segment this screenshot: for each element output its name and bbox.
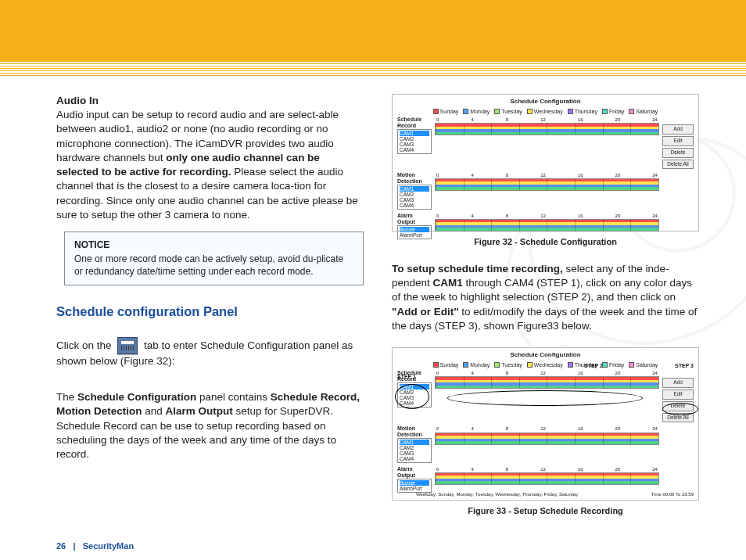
track-body: 04812162024: [435, 466, 659, 485]
top-bar: [0, 0, 746, 61]
notice-title: NOTICE: [74, 239, 353, 251]
track-body: 04812162024: [435, 425, 659, 444]
legend-swatch: [568, 109, 573, 114]
row-label: CAM3: [400, 451, 429, 456]
figure-title: Schedule Configuration: [397, 351, 694, 360]
notice-body: One or more record mode can be actively …: [74, 253, 353, 278]
edit-button[interactable]: Edit: [662, 136, 694, 146]
schedule-config-heading: Schedule configuration Panel: [56, 303, 364, 320]
click-tab-paragraph: Click on the tab to enter Schedule Confi…: [56, 337, 364, 368]
figure-32: Schedule ConfigurationSundayMondayTuesda…: [392, 94, 699, 232]
tick: 24: [652, 213, 658, 219]
legend-label: Saturday: [636, 108, 658, 115]
step-1-label: STEP 1: [397, 373, 416, 380]
row-list: CAM1CAM2CAM3CAM4: [397, 129, 432, 155]
legend-label: Wednesday: [534, 108, 563, 115]
delete-all-button[interactable]: Delete All: [662, 160, 694, 170]
row-label: CAM1: [400, 131, 429, 136]
tick: 4: [471, 466, 473, 472]
time-ticks: 04812162024: [435, 425, 659, 432]
schedule-bars: [435, 376, 659, 389]
figure-33-caption: Figure 33 - Setup Schedule Recording: [392, 505, 699, 517]
legend-swatch: [527, 362, 533, 368]
legend-swatch: [568, 362, 573, 368]
add-button[interactable]: Add: [662, 124, 694, 135]
track-labels: Schedule RecordCAM1CAM2CAM3CAM4: [397, 117, 432, 154]
row-label: CAM3: [400, 197, 429, 203]
tick: 16: [578, 425, 583, 432]
time-ticks: 04812162024: [435, 370, 659, 376]
tick: 4: [471, 425, 473, 432]
row-list: BuzzerAlarmPort: [397, 225, 432, 239]
tick: 0: [436, 466, 439, 472]
track-section: Alarm OutputBuzzerAlarmPort04812162024: [397, 466, 694, 493]
tick: 0: [436, 370, 439, 376]
row-label: CAM3: [400, 142, 429, 147]
footer-separator: |: [68, 541, 80, 551]
track-labels: Alarm OutputBuzzerAlarmPort: [397, 466, 432, 493]
legend-item: Friday: [602, 361, 624, 368]
row-label: CAM1: [400, 440, 429, 445]
audio-in-heading: Audio In: [56, 95, 99, 106]
page-number: 26: [56, 541, 66, 551]
schedule-bars: [435, 178, 659, 191]
legend-swatch: [629, 362, 634, 368]
add-button[interactable]: Add: [662, 378, 694, 388]
legend-item: Sunday: [433, 108, 459, 115]
legend-item: Monday: [463, 361, 490, 368]
tick: 20: [615, 425, 621, 432]
legend-item: Wednesday: [527, 108, 563, 115]
row-list: CAM1CAM2CAM3CAM4: [397, 185, 432, 210]
tick: 8: [506, 213, 508, 219]
legend-label: Monday: [470, 108, 490, 115]
schedule-bars: [435, 123, 659, 135]
notice-box: NOTICE One or more record mode can be ac…: [64, 232, 364, 285]
figure-33: Schedule ConfigurationSundayMondayTuesda…: [392, 347, 699, 501]
tick: 24: [652, 466, 658, 472]
tick: 16: [578, 213, 583, 219]
legend-label: Tuesday: [501, 361, 522, 368]
tick: 12: [540, 117, 546, 123]
tick: 8: [506, 172, 508, 178]
legend-row: SundayMondayTuesdayWednesdayThursdayFrid…: [397, 361, 694, 368]
page-footer: 26 | SecurityMan: [56, 541, 134, 551]
tick: 0: [436, 213, 439, 219]
tick: 0: [436, 172, 439, 178]
row-label: Buzzer: [400, 227, 429, 232]
legend-item: Sunday: [433, 361, 459, 368]
tick: 20: [615, 466, 621, 472]
calendar-tab-icon: [117, 337, 138, 354]
row-label: CAM1: [400, 186, 429, 192]
row-label: CAM4: [400, 147, 429, 153]
tick: 20: [615, 213, 621, 219]
edit-button[interactable]: Edit: [662, 389, 694, 400]
legend-swatch: [602, 109, 608, 114]
setup-schedule-paragraph: To setup schedule time recording, select…: [392, 262, 699, 333]
legend-label: Saturday: [636, 361, 658, 368]
tick: 4: [471, 172, 473, 178]
legend-item: Tuesday: [494, 108, 522, 115]
tick: 12: [540, 172, 546, 178]
tick: 8: [506, 117, 508, 123]
step-3-label: STEP 3: [675, 362, 694, 369]
row-label: CAM2: [400, 192, 429, 197]
legend-label: Thursday: [575, 108, 597, 115]
tick: 16: [578, 172, 583, 178]
time-ticks: 04812162024: [435, 117, 659, 123]
schedule-bars: [435, 472, 659, 485]
track-section: Schedule RecordCAM1CAM2CAM3CAM4048121620…: [397, 117, 694, 169]
tick: 24: [652, 117, 658, 123]
tick: 20: [615, 172, 621, 178]
legend-swatch: [527, 109, 533, 114]
row-label: CAM2: [400, 445, 429, 451]
tick: 16: [578, 117, 583, 123]
legend-label: Friday: [609, 108, 624, 115]
legend-swatch: [494, 362, 500, 368]
tick: 0: [436, 425, 439, 432]
row-label: CAM4: [400, 203, 429, 208]
delete-button[interactable]: Delete: [662, 148, 694, 158]
legend-item: Friday: [602, 108, 624, 115]
track-labels: Motion DetectionCAM1CAM2CAM3CAM4: [397, 425, 432, 463]
legend-item: Saturday: [629, 361, 658, 368]
tick: 20: [615, 370, 621, 376]
